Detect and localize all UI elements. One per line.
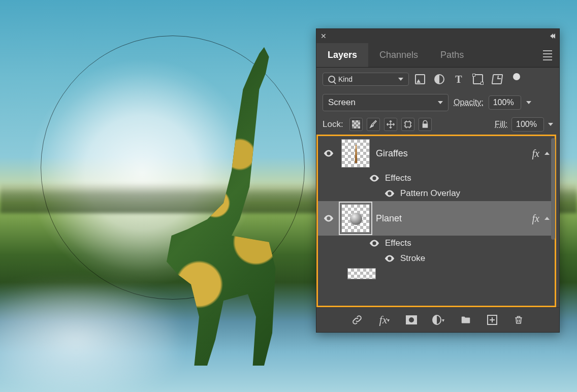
visibility-toggle[interactable] bbox=[322, 148, 335, 159]
layers-list-highlighted: Giraffes fx Effects Pattern Overlay Pla bbox=[316, 135, 556, 307]
svg-point-6 bbox=[389, 257, 391, 259]
visibility-toggle[interactable] bbox=[384, 188, 395, 199]
effect-name: Pattern Overlay bbox=[400, 188, 460, 199]
effect-name: Stroke bbox=[400, 253, 425, 264]
fill-value[interactable]: 100% bbox=[511, 117, 544, 132]
svg-rect-0 bbox=[405, 122, 410, 127]
visibility-toggle[interactable] bbox=[384, 253, 395, 264]
blend-mode-select[interactable]: Screen bbox=[323, 94, 448, 111]
new-layer-icon[interactable] bbox=[487, 315, 497, 325]
effects-header[interactable]: Effects bbox=[318, 236, 555, 251]
layer-thumbnail[interactable] bbox=[341, 204, 370, 233]
lock-artboard-icon[interactable] bbox=[401, 118, 414, 131]
lock-position-icon[interactable] bbox=[384, 118, 397, 131]
fill-dropdown-icon[interactable] bbox=[548, 123, 553, 126]
svg-point-3 bbox=[389, 192, 391, 194]
filter-kind-label: Kind bbox=[338, 75, 352, 83]
effects-collapse-icon[interactable] bbox=[544, 217, 550, 220]
visibility-toggle[interactable] bbox=[322, 213, 335, 224]
opacity-label[interactable]: Opacity: bbox=[454, 98, 484, 107]
panel-menu-button[interactable] bbox=[543, 50, 552, 60]
lock-all-icon[interactable] bbox=[419, 118, 432, 131]
add-mask-icon[interactable] bbox=[406, 315, 417, 324]
svg-point-4 bbox=[328, 217, 330, 219]
lock-label: Lock: bbox=[323, 119, 343, 129]
filter-toggle[interactable] bbox=[511, 74, 522, 84]
tab-paths[interactable]: Paths bbox=[429, 43, 475, 67]
effect-stroke[interactable]: Stroke bbox=[318, 251, 555, 266]
filter-pixel-icon[interactable] bbox=[415, 74, 425, 84]
effect-pattern-overlay[interactable]: Pattern Overlay bbox=[318, 186, 555, 201]
layers-panel: ✕ Layers Channels Paths Kind T Scr bbox=[316, 28, 560, 333]
tab-channels[interactable]: Channels bbox=[368, 43, 429, 67]
lock-image-icon[interactable] bbox=[367, 118, 380, 131]
blend-row: Screen Opacity: 100% bbox=[316, 91, 559, 114]
visibility-toggle[interactable] bbox=[369, 238, 380, 249]
fx-badge-icon[interactable]: fx bbox=[532, 213, 539, 224]
chevron-down-icon bbox=[398, 78, 403, 81]
effects-label: Effects bbox=[385, 173, 411, 183]
panel-tabs: Layers Channels Paths bbox=[316, 43, 559, 68]
filter-row: Kind T bbox=[316, 68, 559, 91]
filter-type-icon[interactable]: T bbox=[454, 74, 464, 84]
effects-header[interactable]: Effects bbox=[318, 171, 555, 186]
visibility-toggle[interactable] bbox=[369, 173, 380, 184]
chevron-down-icon bbox=[438, 101, 443, 104]
filter-kind-select[interactable]: Kind bbox=[323, 73, 409, 86]
layer-row-giraffes[interactable]: Giraffes fx bbox=[318, 136, 555, 171]
layer-row-peek[interactable] bbox=[347, 266, 555, 281]
layer-thumbnail[interactable] bbox=[347, 268, 376, 279]
effects-label: Effects bbox=[385, 238, 411, 248]
panel-footer: fx▾ ▾ bbox=[316, 307, 559, 332]
layer-name-label[interactable]: Planet bbox=[376, 213, 402, 224]
link-layers-icon[interactable] bbox=[351, 314, 363, 326]
lock-row: Lock: Fill: 100% bbox=[316, 114, 559, 135]
delete-layer-icon[interactable] bbox=[512, 314, 525, 326]
svg-point-5 bbox=[373, 242, 375, 244]
layer-row-planet[interactable]: Planet fx bbox=[318, 201, 555, 236]
collapse-panel-button[interactable] bbox=[550, 34, 555, 39]
cloud-mist bbox=[0, 284, 178, 392]
filter-shape-icon[interactable] bbox=[473, 74, 483, 84]
tab-layers[interactable]: Layers bbox=[316, 43, 368, 67]
fx-badge-icon[interactable]: fx bbox=[532, 148, 539, 159]
add-adjustment-icon[interactable]: ▾ bbox=[432, 314, 444, 326]
svg-point-2 bbox=[373, 177, 375, 179]
layer-name-label[interactable]: Giraffes bbox=[376, 148, 408, 159]
panel-titlebar[interactable]: ✕ bbox=[316, 29, 559, 43]
filter-adjustment-icon[interactable] bbox=[434, 74, 444, 84]
layer-thumbnail[interactable] bbox=[341, 139, 370, 168]
blend-mode-value: Screen bbox=[328, 97, 356, 108]
close-icon[interactable]: ✕ bbox=[320, 32, 327, 40]
effects-collapse-icon[interactable] bbox=[544, 152, 550, 155]
opacity-value[interactable]: 100% bbox=[489, 95, 521, 110]
lock-transparency-icon[interactable] bbox=[349, 118, 363, 131]
opacity-dropdown-icon[interactable] bbox=[526, 101, 531, 104]
svg-point-1 bbox=[328, 152, 330, 154]
filter-smartobject-icon[interactable] bbox=[492, 74, 503, 84]
scrollbar-vertical[interactable] bbox=[551, 138, 555, 240]
fill-label[interactable]: Fill: bbox=[495, 120, 507, 129]
chevron-left-icon bbox=[552, 34, 555, 39]
search-icon bbox=[328, 76, 335, 83]
add-layer-style-icon[interactable]: fx▾ bbox=[378, 314, 391, 326]
new-group-icon[interactable] bbox=[460, 314, 472, 326]
